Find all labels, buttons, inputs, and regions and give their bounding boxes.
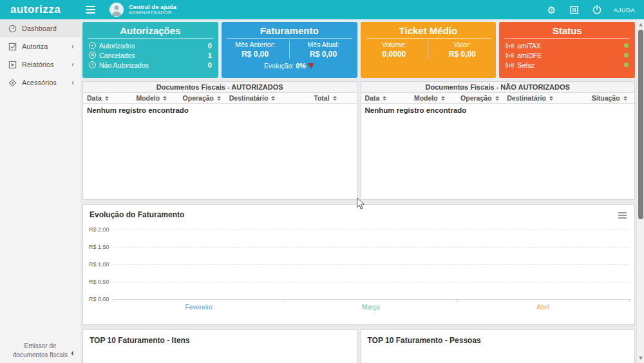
legend-item-fevereiro[interactable]: Fevereiro xyxy=(113,304,285,311)
authorized-docs-panel: Documentos Fiscais - AUTORIZADOS DataMod… xyxy=(82,81,357,200)
user-menu[interactable]: Central de ajuda ADMINISTRADOR xyxy=(129,4,176,16)
stat-value: 1 xyxy=(208,52,212,59)
valor-label: Valor: xyxy=(428,41,496,48)
card-title: Faturamento xyxy=(222,24,357,38)
card-ticket-medio: Ticket Médio Volume: 0,0000 Valor: R$ 0,… xyxy=(361,22,497,78)
broadcast-icon xyxy=(506,52,514,59)
sidebar-item-acessorios[interactable]: Acessórios‹ xyxy=(0,74,80,92)
scroll-down-arrow[interactable] xyxy=(637,354,644,362)
help-link[interactable]: AJUDA xyxy=(614,6,635,14)
stat-cards-row: Autorizações ✓Autorizados0✕Cancelados1!N… xyxy=(82,22,635,78)
emitter-label: Emissor de documentos fiscais xyxy=(12,342,70,359)
sidebar-item-label: Autoriza xyxy=(22,43,71,50)
evolution-label: Evolução: xyxy=(264,62,294,70)
alert-circle-icon: ! xyxy=(89,61,96,68)
prev-month-label: Mês Anterior: xyxy=(222,41,289,48)
user-role: ADMINISTRADOR xyxy=(129,10,176,15)
ticket-volume: Volume: 0,0000 xyxy=(361,41,428,59)
status-online-dot xyxy=(624,63,629,67)
sort-icon xyxy=(623,96,627,101)
sort-icon xyxy=(549,96,553,101)
column-header-modelo[interactable]: Modelo xyxy=(132,93,178,103)
broadcast-icon xyxy=(506,62,514,68)
scrollbar-thumb[interactable] xyxy=(638,30,643,219)
card-title: Status xyxy=(499,24,635,38)
status-online-dot xyxy=(624,43,629,48)
sort-icon xyxy=(105,96,109,101)
app-logo: autorizza xyxy=(0,3,80,16)
settings-button[interactable]: ⚙ xyxy=(547,5,555,15)
column-label: Modelo xyxy=(136,94,160,102)
scroll-up-arrow[interactable] xyxy=(637,21,644,28)
chevron-left-icon: ‹ xyxy=(71,42,74,51)
sidebar-item-label: Relatórios xyxy=(22,61,71,68)
column-label: Modelo xyxy=(414,94,438,102)
stat-value: 0 xyxy=(208,61,212,69)
page-scrollbar[interactable] xyxy=(636,19,644,363)
prev-month-value: R$ 0,00 xyxy=(222,50,289,59)
column-header-operacao[interactable]: Operação xyxy=(457,93,503,103)
table-title: Documentos Fiscais - NÃO AUTORIZADOS xyxy=(361,82,635,93)
sidebar-item-relatorios[interactable]: Relatórios‹ xyxy=(0,55,80,74)
sidebar-collapse-icon[interactable]: ‹ xyxy=(71,347,74,359)
checkbox-icon xyxy=(8,42,17,51)
service-name: Sefaz xyxy=(517,61,624,69)
column-header-total[interactable]: Total xyxy=(310,93,356,103)
building-icon xyxy=(570,6,578,14)
y-tick-label: R$ 1,50 xyxy=(89,244,109,250)
legend-item-marco[interactable]: Março xyxy=(285,304,457,311)
chevron-left-icon: ‹ xyxy=(71,78,74,87)
sidebar-item-label: Dashboard xyxy=(22,25,74,32)
service-status-row: Sefaz xyxy=(499,60,635,70)
panel-title: TOP 10 Faturamento - Itens xyxy=(83,330,357,345)
sidebar-footer: Emissor de documentos fiscais ‹ xyxy=(0,342,80,359)
company-button[interactable] xyxy=(570,6,578,14)
column-label: Operação xyxy=(183,94,214,102)
sort-icon xyxy=(271,96,275,101)
sort-icon xyxy=(441,96,445,101)
sidebar: DashboardAutoriza‹Relatórios‹Acessórios‹… xyxy=(0,19,80,363)
thumbs-down-icon xyxy=(308,63,314,69)
x-circle-icon: ✕ xyxy=(89,52,96,59)
y-tick-label: R$ 0,50 xyxy=(89,279,109,285)
sidebar-item-dashboard[interactable]: Dashboard xyxy=(0,19,80,37)
column-header-destinatario[interactable]: Destinatário xyxy=(503,93,588,103)
column-label: Data xyxy=(365,94,380,102)
bottom-panels-row: TOP 10 Faturamento - Itens TOP 10 Fatura… xyxy=(82,329,635,363)
faturamento-prev: Mês Anterior: R$ 0,00 xyxy=(222,41,289,59)
service-status-row: amiDFE xyxy=(499,50,635,60)
sort-icon xyxy=(217,96,221,101)
revenue-evolution-chart: Evolução do Faturamento R$ 2,00R$ 1,50R$… xyxy=(82,204,635,325)
card-title: Autorizações xyxy=(82,24,218,38)
chart-menu-icon[interactable] xyxy=(617,211,628,220)
sidebar-item-autoriza[interactable]: Autoriza‹ xyxy=(0,37,80,55)
column-header-modelo[interactable]: Modelo xyxy=(410,93,457,103)
curr-month-label: Mês Atual: xyxy=(290,41,357,48)
card-autorizacoes: Autorizações ✓Autorizados0✕Cancelados1!N… xyxy=(82,22,218,78)
tables-row: Documentos Fiscais - AUTORIZADOS DataMod… xyxy=(82,81,635,200)
x-axis-tick xyxy=(113,299,113,302)
gear-icon: ⚙ xyxy=(547,5,555,15)
avatar[interactable] xyxy=(109,3,124,17)
chart-legend: FevereiroMarçoAbril xyxy=(113,304,629,311)
valor-value: R$ 0,00 xyxy=(428,50,496,59)
check-circle-icon: ✓ xyxy=(89,42,96,49)
column-header-data[interactable]: Data xyxy=(83,93,132,103)
authorization-stat-row: ✓Autorizados0 xyxy=(82,41,218,50)
faturamento-curr: Mês Atual: R$ 0,00 xyxy=(289,41,357,59)
table-title: Documentos Fiscais - AUTORIZADOS xyxy=(83,82,357,93)
evolution-value: 0% xyxy=(296,62,306,70)
y-tick-label: R$ 1,00 xyxy=(89,261,109,268)
column-label: Destinatário xyxy=(229,94,269,102)
column-header-operacao[interactable]: Operação xyxy=(179,93,225,103)
service-name: amiTAX xyxy=(517,42,624,50)
logout-button[interactable] xyxy=(592,5,601,14)
y-tick-label: R$ 0,00 xyxy=(89,296,109,302)
service-name: amiDFE xyxy=(517,52,624,59)
column-label: Operação xyxy=(460,94,491,102)
legend-item-abril[interactable]: Abril xyxy=(457,304,629,311)
column-header-situacao[interactable]: Situação xyxy=(588,93,634,103)
menu-toggle-icon[interactable] xyxy=(80,3,100,16)
column-header-data[interactable]: Data xyxy=(361,93,410,103)
column-header-destinatario[interactable]: Destinatário xyxy=(225,93,310,103)
